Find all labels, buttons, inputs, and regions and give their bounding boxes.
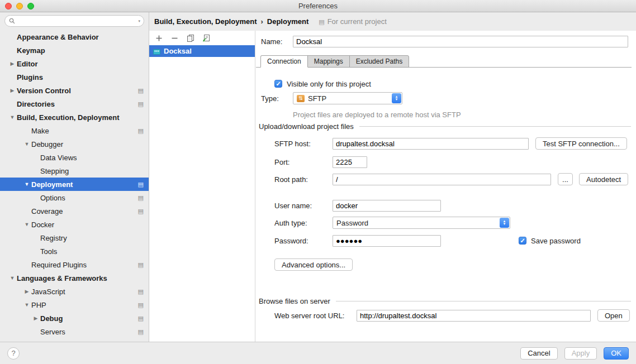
search-icon xyxy=(9,18,15,24)
root-path-input[interactable] xyxy=(333,174,551,185)
chevron-right-icon[interactable] xyxy=(8,88,17,93)
sidebar-item-version-control[interactable]: Version Control xyxy=(0,84,149,97)
help-button[interactable]: ? xyxy=(7,347,20,360)
for-current-project-icon xyxy=(138,208,144,214)
advanced-options-button[interactable]: Advanced options... xyxy=(274,258,353,271)
sidebar-item-keymap[interactable]: Keymap xyxy=(0,44,149,57)
chevron-down-icon[interactable] xyxy=(22,181,31,187)
add-server-button[interactable] xyxy=(155,34,163,42)
sidebar-item-build-execution-deployment[interactable]: Build, Execution, Deployment xyxy=(0,111,149,124)
sidebar-item-tools[interactable]: Tools xyxy=(0,245,149,258)
auth-type-select[interactable]: Password ▲▼ xyxy=(333,217,510,229)
chevron-down-icon[interactable] xyxy=(8,275,17,281)
sidebar-item-label: Deployment xyxy=(31,180,73,189)
sidebar-item-make[interactable]: Make xyxy=(0,124,149,137)
for-current-project-label: For current project xyxy=(328,17,387,26)
tab-excluded-paths[interactable]: Excluded Paths xyxy=(349,55,409,68)
sidebar-item-label: Options xyxy=(40,194,65,202)
visible-only-label: Visible only for this project xyxy=(287,80,371,88)
for-current-project-icon xyxy=(138,181,144,188)
user-name-label: User name: xyxy=(274,202,333,210)
sidebar-item-label: Version Control xyxy=(17,87,71,95)
save-password-checkbox[interactable] xyxy=(519,237,526,245)
sidebar-item-php[interactable]: PHP xyxy=(0,298,149,312)
sidebar-item-registry[interactable]: Registry xyxy=(0,231,149,245)
server-list: Docksal xyxy=(149,45,255,57)
chevron-right-icon[interactable] xyxy=(8,61,17,66)
chevron-down-icon[interactable] xyxy=(22,141,31,147)
sidebar-item-directories[interactable]: Directories xyxy=(0,97,149,111)
save-password-label: Save password xyxy=(531,237,581,245)
section-divider-line xyxy=(359,126,631,127)
ok-button[interactable]: OK xyxy=(604,347,629,360)
search-history-chevron-icon[interactable]: ▾ xyxy=(138,19,144,23)
zoom-window-button[interactable] xyxy=(27,3,34,9)
cancel-button[interactable]: Cancel xyxy=(520,347,557,360)
sidebar-item-label: Build, Execution, Deployment xyxy=(17,113,119,122)
sidebar-item-label: JavaScript xyxy=(31,288,65,296)
chevron-down-icon[interactable] xyxy=(22,222,31,227)
sidebar-item-debugger[interactable]: Debugger xyxy=(0,137,149,151)
settings-sidebar: ▾ Appearance & Behavior Keymap Editor Pl… xyxy=(0,12,149,342)
sidebar-item-coverage[interactable]: Coverage xyxy=(0,204,149,218)
sidebar-item-appearance-behavior[interactable]: Appearance & Behavior xyxy=(0,30,149,44)
sidebar-item-label: Make xyxy=(31,127,49,135)
settings-tree: Appearance & Behavior Keymap Editor Plug… xyxy=(0,30,149,342)
dropdown-stepper-icon[interactable]: ▲▼ xyxy=(392,93,401,103)
type-select[interactable]: SFTP ▲▼ xyxy=(293,92,402,104)
sidebar-item-label: Tools xyxy=(40,247,57,256)
open-button[interactable]: Open xyxy=(597,309,630,322)
sidebar-item-javascript[interactable]: JavaScript xyxy=(0,285,149,298)
remove-server-button[interactable] xyxy=(170,34,179,42)
close-window-button[interactable] xyxy=(5,3,12,9)
section-browse-label: Browse files on server xyxy=(259,297,330,305)
sidebar-item-docker[interactable]: Docker xyxy=(0,218,149,231)
sidebar-item-languages-frameworks[interactable]: Languages & Frameworks xyxy=(0,271,149,285)
for-current-project-icon xyxy=(138,315,144,322)
sidebar-item-data-views[interactable]: Data Views xyxy=(0,151,149,164)
chevron-down-icon[interactable] xyxy=(8,114,17,120)
web-root-input[interactable] xyxy=(357,310,591,322)
test-sftp-connection-button[interactable]: Test SFTP connection... xyxy=(535,137,627,150)
port-label: Port: xyxy=(274,158,333,166)
sidebar-item-options[interactable]: Options xyxy=(0,191,149,204)
chevron-right-icon[interactable] xyxy=(31,315,40,321)
for-current-project-icon xyxy=(138,302,144,308)
copy-server-button[interactable] xyxy=(186,34,194,42)
for-current-project-icon xyxy=(138,329,144,335)
user-name-input[interactable] xyxy=(333,200,441,212)
browse-root-path-button[interactable]: ... xyxy=(558,173,573,185)
port-input[interactable] xyxy=(333,156,367,168)
import-server-button[interactable] xyxy=(202,34,210,42)
apply-button[interactable]: Apply xyxy=(564,347,597,360)
chevron-right-icon[interactable] xyxy=(22,289,31,294)
sidebar-item-label: Directories xyxy=(17,100,55,108)
password-input[interactable] xyxy=(333,235,441,247)
sidebar-item-plugins[interactable]: Plugins xyxy=(0,70,149,84)
chevron-down-icon[interactable] xyxy=(22,302,31,308)
tab-connection[interactable]: Connection xyxy=(260,55,308,68)
search-input[interactable] xyxy=(17,16,136,26)
sidebar-item-debug[interactable]: Debug xyxy=(0,312,149,325)
settings-search-box[interactable]: ▾ xyxy=(4,15,144,27)
autodetect-button[interactable]: Autodetect xyxy=(579,173,628,185)
for-current-project-icon xyxy=(138,101,144,107)
tab-mappings[interactable]: Mappings xyxy=(307,55,350,68)
minimize-window-button[interactable] xyxy=(16,3,23,9)
server-list-toolbar xyxy=(149,31,255,45)
sidebar-item-required-plugins[interactable]: Required Plugins xyxy=(0,258,149,271)
visible-only-checkbox[interactable] xyxy=(274,80,282,88)
sftp-host-input[interactable] xyxy=(333,138,529,150)
breadcrumb-category: Build, Execution, Deployment xyxy=(154,17,257,26)
sidebar-item-deployment[interactable]: Deployment xyxy=(0,178,149,191)
sidebar-item-stepping[interactable]: Stepping xyxy=(0,164,149,178)
dropdown-stepper-icon[interactable]: ▲▼ xyxy=(500,218,509,228)
for-current-project-icon xyxy=(138,88,144,94)
server-list-panel: Docksal xyxy=(149,31,255,342)
list-item-docksal[interactable]: Docksal xyxy=(149,45,255,57)
sidebar-item-servers[interactable]: Servers xyxy=(0,325,149,338)
sidebar-item-label: Editor xyxy=(17,60,38,68)
sidebar-item-editor[interactable]: Editor xyxy=(0,57,149,70)
for-current-project-badge: For current project xyxy=(319,17,387,26)
name-input[interactable] xyxy=(293,36,628,47)
